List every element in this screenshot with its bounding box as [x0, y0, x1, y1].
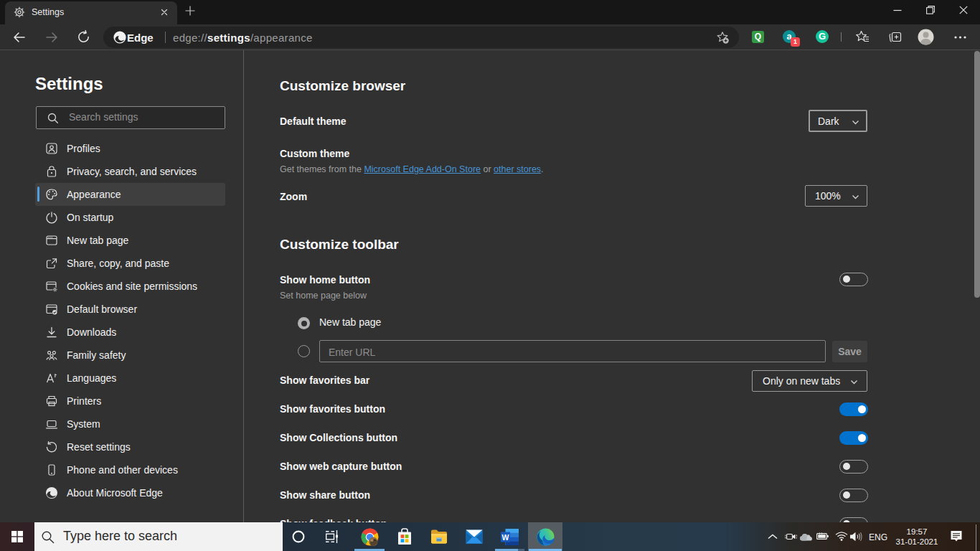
svg-text:W: W	[502, 533, 509, 542]
